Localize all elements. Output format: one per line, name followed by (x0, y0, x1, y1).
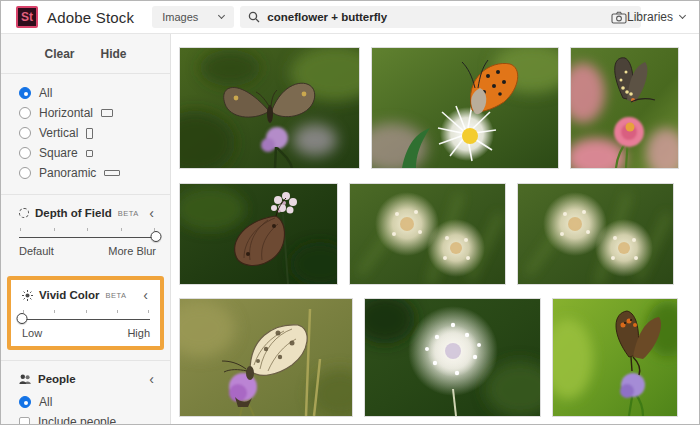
brand-title: Adobe Stock (47, 9, 134, 26)
slider-handle[interactable] (17, 313, 28, 324)
filters-sidebar: Clear Hide All Horizontal Vertical (1, 34, 171, 425)
people-option-include[interactable]: Include people (19, 415, 156, 425)
orientation-filter-group: All Horizontal Vertical Square (1, 74, 170, 195)
result-photo-marbled-white-butterfly-on-thistle[interactable] (179, 298, 353, 417)
beta-badge: BETA (118, 209, 139, 218)
checkbox-icon[interactable] (19, 417, 30, 425)
chevron-down-icon (218, 12, 225, 19)
people-option-all[interactable]: All (19, 395, 156, 409)
result-photo-swallowtail-butterfly-on-pink-zinnia[interactable] (570, 47, 679, 169)
media-type-dropdown[interactable]: Images (152, 6, 234, 28)
radio-icon[interactable] (19, 147, 31, 159)
result-photo-orange-copper-butterfly-on-fleabane[interactable] (371, 47, 559, 169)
orientation-option-panoramic[interactable]: Panoramic (19, 166, 156, 180)
slider-ticks (19, 228, 156, 231)
option-label: Vertical (39, 126, 78, 140)
section-title: Depth of Field (35, 207, 112, 219)
chevron-down-icon (679, 12, 686, 19)
radio-selected-icon[interactable] (19, 87, 31, 99)
people-icon (19, 374, 32, 385)
radio-icon[interactable] (19, 107, 31, 119)
collapse-chevron-icon[interactable]: ‹ (141, 290, 150, 300)
camera-icon (611, 11, 627, 24)
radio-selected-icon[interactable] (19, 396, 31, 408)
option-label: All (39, 86, 52, 100)
vivid-color-highlight-box: Vivid Color BETA ‹ Low High (7, 276, 164, 350)
search-results-grid (171, 34, 699, 425)
search-icon (248, 11, 260, 23)
result-photo-brown-butterfly-on-thistle[interactable] (179, 47, 360, 169)
option-label: Horizontal (39, 106, 93, 120)
hide-filters-button[interactable]: Hide (101, 47, 127, 61)
vertical-rect-icon (86, 128, 93, 139)
adobe-stock-logo-icon[interactable]: St (16, 6, 38, 28)
result-photo-brown-butterfly-on-white-flowers[interactable] (179, 183, 338, 285)
section-title: People (38, 373, 76, 385)
visual-search-camera-button[interactable] (611, 11, 627, 24)
square-icon (86, 150, 93, 157)
result-photo-brown-orange-butterfly-on-scabiosa[interactable] (552, 298, 678, 417)
orientation-option-square[interactable]: Square (19, 146, 156, 160)
media-type-dropdown-label: Images (162, 11, 198, 23)
libraries-menu[interactable]: Libraries (627, 10, 685, 24)
collapse-chevron-icon[interactable]: ‹ (147, 374, 156, 384)
people-section: People ‹ All Include people Exclude peop… (1, 361, 170, 425)
result-photo-dandelion-seed-head[interactable] (364, 298, 541, 417)
slider-track[interactable] (19, 237, 156, 238)
slider-ticks (22, 310, 150, 313)
collapse-chevron-icon[interactable]: ‹ (147, 208, 156, 218)
search-bar[interactable]: coneflower + butterfly (240, 6, 641, 28)
filters-header: Clear Hide (1, 34, 170, 74)
option-label: Include people (38, 415, 116, 425)
slider-min-label: Default (19, 245, 54, 257)
libraries-label: Libraries (627, 10, 673, 24)
radio-icon[interactable] (19, 127, 31, 139)
aperture-icon (19, 208, 29, 218)
sun-icon (22, 290, 33, 301)
horizontal-rect-icon (101, 109, 113, 117)
slider-track[interactable] (22, 319, 150, 320)
option-label: Panoramic (39, 166, 96, 180)
radio-icon[interactable] (19, 167, 31, 179)
section-title: Vivid Color (39, 289, 100, 301)
top-navigation-bar: St Adobe Stock Images coneflower + butte… (1, 1, 699, 34)
result-photo-two-dandelion-seed-heads-duplicate[interactable] (517, 183, 674, 285)
depth-of-field-slider[interactable]: Default More Blur (19, 228, 156, 257)
result-photo-two-dandelion-seed-heads[interactable] (349, 183, 506, 285)
option-label: Square (39, 146, 78, 160)
depth-of-field-section: Depth of Field BETA ‹ Default More Blur (1, 195, 170, 267)
slider-max-label: More Blur (108, 245, 156, 257)
search-input[interactable]: coneflower + butterfly (267, 11, 387, 23)
adobe-stock-page: St Adobe Stock Images coneflower + butte… (0, 0, 700, 425)
slider-min-label: Low (22, 327, 42, 339)
orientation-option-all[interactable]: All (19, 86, 156, 100)
orientation-option-vertical[interactable]: Vertical (19, 126, 156, 140)
orientation-option-horizontal[interactable]: Horizontal (19, 106, 156, 120)
clear-filters-button[interactable]: Clear (44, 47, 74, 61)
option-label: All (39, 395, 52, 409)
slider-max-label: High (127, 327, 150, 339)
vivid-color-slider[interactable]: Low High (22, 310, 150, 339)
slider-handle[interactable] (151, 231, 162, 242)
panoramic-rect-icon (104, 170, 120, 176)
beta-badge: BETA (106, 291, 127, 300)
